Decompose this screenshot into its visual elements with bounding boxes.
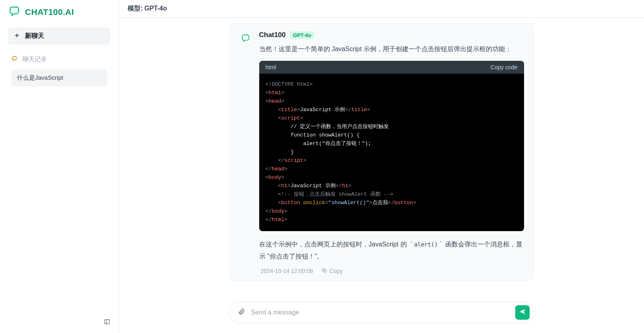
code-body: <!DOCTYPE html> <html> <head> <title>Jav…: [259, 74, 524, 232]
message-author: Chat100: [259, 31, 286, 39]
history-item-label: 什么是JavaScript: [17, 74, 63, 81]
brand-name: CHAT100.AI: [25, 7, 74, 17]
assistant-avatar: [239, 31, 254, 46]
message-timestamp: 2024-10-14 12:00:08: [261, 268, 313, 274]
brand-logo-icon: [10, 6, 21, 19]
plus-icon: [14, 32, 20, 40]
message-intro-text: 当然！这里是一个简单的 JavaScript 示例，用于创建一个点击按钮后弹出提…: [259, 43, 524, 55]
collapse-sidebar-button[interactable]: [101, 316, 113, 327]
send-button[interactable]: [515, 305, 530, 320]
copy-label: Copy: [330, 268, 343, 274]
message-input[interactable]: [251, 309, 511, 316]
code-block: html Copy code <!DOCTYPE html> <html> <h…: [259, 61, 524, 232]
copy-code-button[interactable]: Copy code: [491, 64, 518, 70]
history-header: 聊天记录: [8, 54, 110, 69]
history-label: 聊天记录: [23, 56, 47, 63]
history-item[interactable]: 什么是JavaScript: [11, 69, 107, 87]
copy-icon: [321, 267, 327, 275]
sidebar: CHAT100.AI 新聊天 聊天记录 什么是JavaScript: [0, 0, 119, 333]
main: 模型: GPT-4o Chat100 GPT-4o 当然！这里是一个简单的 Ja…: [119, 0, 644, 333]
model-label: 模型: GPT-4o: [128, 4, 167, 13]
chat-history-icon: [11, 55, 19, 64]
topbar: 模型: GPT-4o: [119, 0, 644, 18]
brand: CHAT100.AI: [8, 6, 110, 19]
attach-button[interactable]: [236, 307, 247, 318]
copy-message-button[interactable]: Copy: [321, 267, 343, 275]
message-after-code-text: 在这个示例中，点击网页上的按钮时，JavaScript 的 `alert()` …: [259, 238, 524, 262]
svg-rect-1: [105, 320, 109, 324]
paperclip-icon: [238, 308, 245, 317]
composer: [119, 296, 644, 333]
code-language-label: html: [266, 64, 276, 70]
chat-content: Chat100 GPT-4o 当然！这里是一个简单的 JavaScript 示例…: [119, 18, 644, 296]
new-chat-label: 新聊天: [25, 32, 44, 40]
assistant-message: Chat100 GPT-4o 当然！这里是一个简单的 JavaScript 示例…: [229, 23, 534, 281]
new-chat-button[interactable]: 新聊天: [8, 27, 110, 45]
svg-rect-0: [12, 57, 17, 60]
send-icon: [519, 308, 526, 317]
model-badge: GPT-4o: [290, 31, 315, 39]
